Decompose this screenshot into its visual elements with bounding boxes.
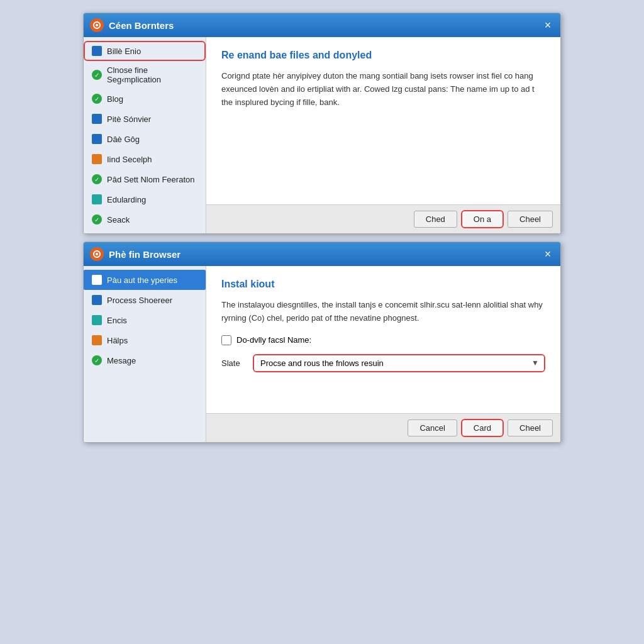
sidebar-label-dae: Dâè Gôg bbox=[107, 135, 140, 144]
icon-clnose: ✓ bbox=[91, 69, 103, 80]
btn-card[interactable]: Card bbox=[461, 419, 504, 437]
sidebar-item-bille-enio[interactable]: Billè Enio bbox=[84, 41, 206, 61]
icon-pau-aut bbox=[91, 274, 103, 286]
app-svg-2 bbox=[92, 250, 101, 258]
app-icon-1 bbox=[90, 18, 104, 32]
sidebar-item-dae[interactable]: Dâè Gôg bbox=[84, 129, 206, 149]
icon-process bbox=[91, 294, 103, 306]
title-bar-1: Céen Bornters × bbox=[84, 13, 560, 37]
icon-encis bbox=[91, 314, 103, 326]
icon-seack: ✓ bbox=[91, 214, 103, 225]
title-bar-2: Phè fin Browser × bbox=[84, 242, 560, 266]
icon-dae bbox=[91, 133, 103, 145]
btn-cheel-2[interactable]: Cheel bbox=[508, 419, 553, 436]
sidebar-item-iind[interactable]: Iind Secelph bbox=[84, 149, 206, 169]
btn-cheel-1[interactable]: Cheel bbox=[508, 211, 553, 228]
content-body-1: Re enand bae files and donyled Corignd p… bbox=[206, 37, 560, 204]
sidebar-item-pau-aut[interactable]: Pàu aut the yperies bbox=[84, 270, 206, 290]
app-svg-1 bbox=[92, 21, 101, 30]
window-2: Phè fin Browser × Pàu aut the yperies Pr… bbox=[83, 242, 561, 443]
sidebar-item-pad[interactable]: ✓ Pâd Sett Nlom Feeraton bbox=[84, 169, 206, 189]
svg-point-3 bbox=[96, 253, 98, 255]
content-body-2: Instal kiout The instalayou diesgntilles… bbox=[206, 266, 560, 413]
sidebar-label-blog: Blog bbox=[107, 94, 123, 104]
sidebar-item-process[interactable]: Process Shoereer bbox=[84, 290, 206, 310]
icon-mesage: ✓ bbox=[91, 355, 103, 366]
content-area-1: Re enand bae files and donyled Corignd p… bbox=[206, 37, 560, 233]
close-button-1[interactable]: × bbox=[541, 19, 554, 31]
sidebar-item-mesage[interactable]: ✓ Mesage bbox=[84, 350, 206, 370]
sidebar-label-seack: Seack bbox=[107, 215, 130, 225]
content-text-2: The instalayou diesgntilles, the install… bbox=[221, 299, 545, 325]
sidebar-label-pau-aut: Pàu aut the yperies bbox=[107, 275, 177, 285]
sidebar-item-blog[interactable]: ✓ Blog bbox=[84, 89, 206, 109]
window-body-1: Billè Enio ✓ Clnose fine Seg‹mplication … bbox=[84, 37, 560, 233]
sidebar-label-process: Process Shoereer bbox=[107, 296, 172, 305]
checkbox-label: Do-dvlly facsl Name: bbox=[236, 335, 311, 345]
content-title-2: Instal kiout bbox=[221, 279, 545, 290]
sidebar-label-pad: Pâd Sett Nlom Feeraton bbox=[107, 175, 194, 184]
content-text-1: Corignd ptate hèr anyipivey duton the ma… bbox=[221, 70, 545, 109]
svg-point-1 bbox=[96, 24, 98, 26]
footer-bar-2: Cancel Card Cheel bbox=[206, 413, 560, 442]
btn-ched[interactable]: Ched bbox=[414, 211, 457, 228]
checkbox-row: Do-dvlly facsl Name: bbox=[221, 335, 545, 345]
sidebar-label-mesage: Mesage bbox=[107, 356, 136, 365]
icon-edularding bbox=[91, 194, 103, 205]
app-icon-2 bbox=[90, 247, 104, 261]
window-title-2: Phè fin Browser bbox=[109, 249, 536, 260]
dropdown-row: Slate Procse and rous the fnlows resuin … bbox=[221, 354, 545, 372]
content-area-2: Instal kiout The instalayou diesgntilles… bbox=[206, 266, 560, 442]
icon-blog: ✓ bbox=[91, 93, 103, 104]
sidebar-1: Billè Enio ✓ Clnose fine Seg‹mplication … bbox=[84, 37, 206, 233]
sidebar-item-seack[interactable]: ✓ Seack bbox=[84, 209, 206, 230]
icon-pite bbox=[91, 113, 103, 125]
icon-pad: ✓ bbox=[91, 174, 103, 185]
sidebar-label-pite: Pitè Sónvier bbox=[107, 114, 151, 124]
dropdown-wrapper: Procse and rous the fnlows resuin ▼ bbox=[253, 354, 545, 372]
window-1: Céen Bornters × Billè Enio ✓ Clnose fine… bbox=[83, 13, 561, 234]
sidebar-item-clnose[interactable]: ✓ Clnose fine Seg‹mplication bbox=[84, 61, 206, 89]
sidebar-2: Pàu aut the yperies Process Shoereer Enc… bbox=[84, 266, 206, 442]
sidebar-item-pite[interactable]: Pitè Sónvier bbox=[84, 109, 206, 129]
sidebar-item-halps[interactable]: Hälps bbox=[84, 330, 206, 350]
content-title-1: Re enand bae files and donyled bbox=[221, 50, 545, 61]
icon-halps bbox=[91, 335, 103, 346]
sidebar-label-encis: Encis bbox=[107, 316, 127, 325]
dropdown-select[interactable]: Procse and rous the fnlows resuin bbox=[254, 355, 544, 371]
dropdown-label: Slate bbox=[221, 358, 247, 368]
sidebar-label-clnose: Clnose fine Seg‹mplication bbox=[107, 65, 198, 84]
icon-bille-enio bbox=[91, 45, 103, 57]
icon-iind bbox=[91, 153, 103, 165]
sidebar-label-iind: Iind Secelph bbox=[107, 155, 152, 164]
sidebar-label-halps: Hälps bbox=[107, 336, 128, 345]
checkbox-input[interactable] bbox=[221, 335, 231, 345]
window-title-1: Céen Bornters bbox=[109, 20, 536, 31]
sidebar-label-bille-enio: Billè Enio bbox=[107, 47, 141, 56]
sidebar-item-encis[interactable]: Encis bbox=[84, 310, 206, 330]
sidebar-label-edularding: Edularding bbox=[107, 195, 146, 204]
btn-ona[interactable]: On a bbox=[461, 210, 504, 228]
close-button-2[interactable]: × bbox=[541, 248, 554, 260]
window-body-2: Pàu aut the yperies Process Shoereer Enc… bbox=[84, 266, 560, 442]
btn-cancel[interactable]: Cancel bbox=[408, 419, 457, 436]
sidebar-item-edularding[interactable]: Edularding bbox=[84, 189, 206, 209]
footer-bar-1: Ched On a Cheel bbox=[206, 204, 560, 233]
